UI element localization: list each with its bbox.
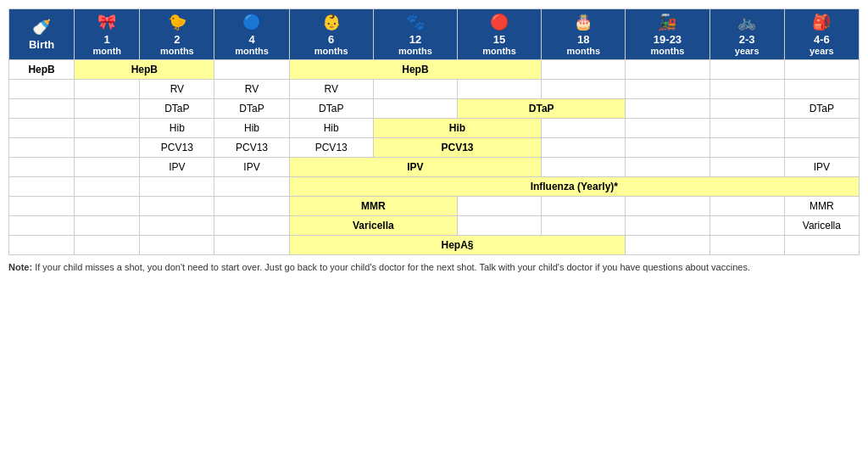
birth-icon: 🍼 — [11, 18, 72, 36]
rv-empty-46y — [784, 80, 859, 99]
mmr-empty-birth — [9, 197, 75, 216]
hepb-empty-18m — [542, 60, 626, 80]
hib-empty-1923m — [626, 119, 709, 138]
hepa-empty-4m — [214, 236, 289, 255]
rv-cell-2m: RV — [140, 80, 214, 99]
rv-empty-15m — [458, 80, 542, 99]
varicella-empty-birth — [9, 216, 75, 236]
2months-icon: 🐤 — [142, 13, 212, 31]
influenza-cell: Influenza (Yearly)* — [289, 177, 859, 197]
hepb-empty-4m — [214, 60, 289, 80]
rv-empty-18m — [542, 80, 626, 99]
pcv13-cell-6m: PCV13 — [289, 138, 373, 158]
hepa-empty-birth — [9, 236, 75, 255]
rv-empty-birth — [9, 80, 75, 99]
varicella-empty-1m — [75, 216, 140, 236]
mmr-empty-2m — [140, 197, 214, 216]
hepa-empty-23y — [709, 236, 784, 255]
note-section: Note: If your child misses a shot, you d… — [8, 262, 771, 272]
mmr-empty-1923m — [626, 197, 709, 216]
pcv13-cell-2m: PCV13 — [140, 138, 214, 158]
influenza-empty-4m — [214, 177, 289, 197]
hepb-empty-46y — [784, 60, 859, 80]
18months-icon: 🎂 — [543, 13, 623, 31]
rv-row: RV RV RV — [9, 80, 860, 99]
influenza-empty-birth — [9, 177, 75, 197]
hepb-row: HepB HepB HepB — [9, 60, 860, 80]
pcv13-empty-23y — [709, 138, 784, 158]
15months-icon: 🔴 — [459, 13, 539, 31]
6months-icon: 👶 — [292, 13, 371, 31]
hib-empty-46y — [784, 119, 859, 138]
header-18months: 🎂 18 months — [542, 9, 626, 60]
pcv13-empty-1m — [75, 138, 140, 158]
ipv-empty-birth — [9, 158, 75, 177]
rv-empty-12m — [373, 80, 457, 99]
hepa-cell-6m-18m: HepA§ — [289, 236, 626, 255]
header-15months: 🔴 15 months — [458, 9, 542, 60]
1month-icon: 🎀 — [76, 13, 137, 31]
dtap-empty-birth — [9, 99, 75, 119]
varicella-cell-6m-12m: Varicella — [289, 216, 457, 236]
hepa-empty-1923m — [626, 236, 709, 255]
dtap-empty-12m — [373, 99, 457, 119]
mmr-empty-15m — [458, 197, 542, 216]
varicella-empty-1923m — [626, 216, 709, 236]
hepa-row: HepA§ — [9, 236, 860, 255]
dtap-empty-1923m — [626, 99, 709, 119]
ipv-empty-23y — [709, 158, 784, 177]
mmr-row: MMR MMR — [9, 197, 860, 216]
varicella-empty-4m — [214, 216, 289, 236]
header-12months: 🐾 12 months — [373, 9, 457, 60]
varicella-empty-2m — [140, 216, 214, 236]
4months-icon: 🔵 — [216, 13, 287, 31]
influenza-empty-2m — [140, 177, 214, 197]
header-2months: 🐤 2 months — [140, 9, 214, 60]
pcv13-empty-birth — [9, 138, 75, 158]
note-label: Note: — [8, 262, 32, 272]
header-46years: 🎒 4-6 years — [784, 9, 859, 60]
influenza-row: Influenza (Yearly)* — [9, 177, 860, 197]
pcv13-empty-46y — [784, 138, 859, 158]
hepb-cell-1m-2m: HepB — [75, 60, 214, 80]
dtap-cell-46y: DTaP — [784, 99, 859, 119]
varicella-empty-23y — [709, 216, 784, 236]
hepb-empty-1923m — [626, 60, 709, 80]
header-1923months: 🚂 19-23 months — [626, 9, 709, 60]
varicella-cell-46y: Varicella — [784, 216, 859, 236]
varicella-row: Varicella Varicella — [9, 216, 860, 236]
dtap-cell-15m-18m: DTaP — [458, 99, 626, 119]
hepb-empty-23y — [709, 60, 784, 80]
pcv13-row: PCV13 PCV13 PCV13 PCV13 — [9, 138, 860, 158]
hepa-empty-2m — [140, 236, 214, 255]
influenza-empty-1m — [75, 177, 140, 197]
dtap-cell-6m: DTaP — [289, 99, 373, 119]
1923months-icon: 🚂 — [627, 13, 707, 31]
mmr-cell-46y: MMR — [784, 197, 859, 216]
rv-empty-1923m — [626, 80, 709, 99]
hib-empty-18m — [542, 119, 626, 138]
hepa-empty-1m — [75, 236, 140, 255]
rv-cell-6m: RV — [289, 80, 373, 99]
ipv-row: IPV IPV IPV IPV — [9, 158, 860, 177]
ipv-empty-1m — [75, 158, 140, 177]
pcv13-empty-18m — [542, 138, 626, 158]
hepa-empty-46y — [784, 236, 859, 255]
hib-empty-birth — [9, 119, 75, 138]
mmr-empty-23y — [709, 197, 784, 216]
header-23years: 🚲 2-3 years — [709, 9, 784, 60]
header-4months: 🔵 4 months — [214, 9, 289, 60]
hib-empty-1m — [75, 119, 140, 138]
23years-icon: 🚲 — [712, 13, 782, 31]
header-row: 🍼 Birth 🎀 1 month 🐤 2 months 🔵 4 months … — [9, 9, 860, 60]
12months-icon: 🐾 — [376, 13, 455, 31]
ipv-cell-6m-15m: IPV — [289, 158, 542, 177]
rv-empty-1m — [75, 80, 140, 99]
header-birth: 🍼 Birth — [9, 9, 75, 60]
hib-cell-12m-15m: Hib — [373, 119, 541, 138]
header-1month: 🎀 1 month — [75, 9, 140, 60]
pcv13-empty-1923m — [626, 138, 709, 158]
hib-cell-2m: Hib — [140, 119, 214, 138]
varicella-empty-15m — [458, 216, 542, 236]
mmr-empty-1m — [75, 197, 140, 216]
